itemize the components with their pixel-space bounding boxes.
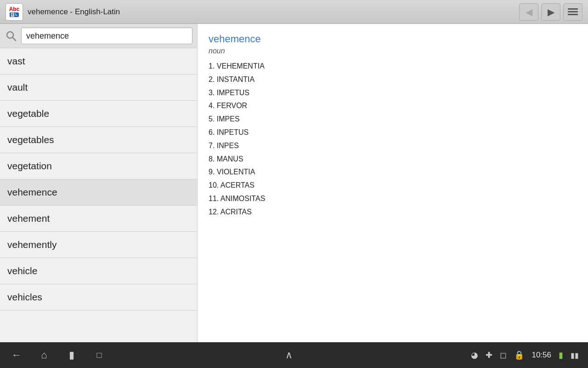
entry-pos: noun (209, 47, 577, 55)
bottom-center-nav: ∧ (282, 348, 296, 362)
menu-line-2 (568, 11, 578, 12)
svg-line-1 (13, 38, 16, 41)
translations-list: 1. VEHEMENTIA2. INSTANTIA3. IMPETUS4. FE… (209, 60, 577, 219)
main-content: vastvaultvegetablevegetablesvegetationve… (0, 24, 588, 342)
window-icon: □ (97, 351, 102, 360)
back-nav-icon: ← (11, 349, 22, 361)
search-input[interactable] (21, 28, 192, 44)
translation-item: 10. ACERTAS (209, 179, 577, 192)
app-icon-text: Abc EL (9, 6, 20, 17)
usb-icon: ✚ (486, 350, 492, 360)
status-bar: ◕ ✚ ◻ 🔒 10:56 ▮ ▮▮ (471, 350, 579, 360)
title-bar: Abc EL vehemence - English-Latin ◀ ▶ (0, 0, 588, 24)
translation-item: 7. INPES (209, 139, 577, 153)
translation-item: 9. VIOLENTIA (209, 166, 577, 179)
translation-item: 2. INSTANTIA (209, 73, 577, 86)
translation-item: 5. IMPES (209, 113, 577, 126)
home-icon: ⌂ (41, 349, 47, 361)
word-item-vehement[interactable]: vehement (0, 206, 197, 232)
translation-item: 1. VEHEMENTIA (209, 60, 577, 73)
battery-icon: ▮ (559, 350, 563, 360)
translation-item: 11. ANIMOSITAS (209, 192, 577, 206)
word-item-vehicles[interactable]: vehicles (0, 284, 197, 310)
search-icon (5, 29, 17, 42)
word-item-vehemently[interactable]: vehemently (0, 232, 197, 258)
forward-button[interactable]: ▶ (541, 3, 560, 21)
up-button[interactable]: ∧ (282, 348, 296, 362)
title-text: vehemence - English-Latin (28, 7, 514, 17)
word-item-vault[interactable]: vault (0, 75, 197, 101)
home-button[interactable]: ⌂ (37, 348, 51, 362)
right-panel: vehemence noun 1. VEHEMENTIA2. INSTANTIA… (198, 24, 588, 342)
bottom-left-nav: ← ⌂ ▮ □ (9, 348, 107, 362)
nav-buttons: ◀ ▶ (519, 3, 582, 21)
menu-button[interactable] (563, 3, 582, 21)
status-time: 10:56 (531, 351, 551, 360)
recent-apps-icon: ▮ (69, 349, 74, 361)
app-icon: Abc EL (6, 3, 23, 21)
back-button[interactable]: ◀ (519, 3, 538, 21)
word-item-vast[interactable]: vast (0, 48, 197, 75)
translation-item: 4. FERVOR (209, 99, 577, 113)
entry-word: vehemence (209, 33, 577, 45)
back-nav-button[interactable]: ← (9, 348, 24, 362)
translation-item: 12. ACRITAS (209, 206, 577, 219)
up-icon: ∧ (285, 349, 293, 361)
screen-icon: ◻ (500, 350, 507, 360)
signal-icon: ▮▮ (571, 351, 579, 360)
word-item-vehemence[interactable]: vehemence (0, 179, 197, 206)
battery-lock-icon: 🔒 (514, 350, 524, 360)
word-list: vastvaultvegetablevegetablesvegetationve… (0, 48, 197, 342)
menu-line-3 (568, 14, 578, 15)
search-bar (0, 24, 197, 48)
word-item-vegetable[interactable]: vegetable (0, 101, 197, 127)
word-item-vegetables[interactable]: vegetables (0, 127, 197, 153)
bottom-bar: ← ⌂ ▮ □ ∧ ◕ ✚ ◻ 🔒 10:56 ▮ ▮▮ (0, 342, 588, 368)
translation-item: 6. INPETUS (209, 126, 577, 139)
word-item-vegetation[interactable]: vegetation (0, 153, 197, 179)
android-icon: ◕ (471, 350, 478, 360)
word-item-vehicle[interactable]: vehicle (0, 258, 197, 284)
menu-line-1 (568, 8, 578, 10)
translation-item: 8. MANUS (209, 153, 577, 166)
translation-item: 3. IMPETUS (209, 86, 577, 100)
recent-apps-button[interactable]: ▮ (64, 348, 79, 362)
left-panel: vastvaultvegetablevegetablesvegetationve… (0, 24, 198, 342)
window-button[interactable]: □ (92, 348, 107, 362)
